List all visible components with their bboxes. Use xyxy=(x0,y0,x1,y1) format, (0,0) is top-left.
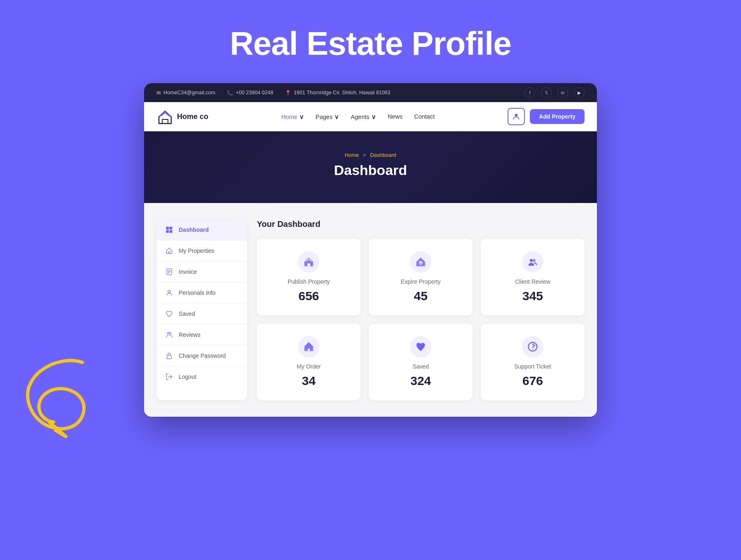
address-text: 1901 Thornridge Cir. Shiloh, Hawaii 8106… xyxy=(294,90,391,96)
client-review-icon xyxy=(522,251,543,273)
svg-point-16 xyxy=(530,259,533,262)
publish-property-icon xyxy=(298,251,319,273)
nav-agents-link[interactable]: Agents xyxy=(351,114,369,120)
linkedin-icon[interactable]: in xyxy=(557,87,568,98)
sidebar-item-saved[interactable]: Saved xyxy=(156,303,247,324)
saved-icon xyxy=(410,336,431,357)
breadcrumb-current: Dashboard xyxy=(370,152,396,158)
expire-property-value: 45 xyxy=(414,289,427,303)
nav-agents[interactable]: Agents ∨ xyxy=(351,113,376,121)
sidebar-label-change-password: Change Password xyxy=(179,352,226,359)
svg-rect-1 xyxy=(166,227,169,230)
stat-card-my-order: My Order 34 xyxy=(257,324,361,400)
stat-card-saved: Saved 324 xyxy=(369,324,473,400)
svg-rect-3 xyxy=(166,230,169,233)
nav-contact[interactable]: Contact xyxy=(414,113,435,120)
logo-icon xyxy=(156,108,174,125)
expire-property-icon xyxy=(410,251,431,273)
sidebar-item-reviews[interactable]: Reviews xyxy=(156,324,247,345)
svg-point-11 xyxy=(169,332,171,334)
topbar-address: 📍 1901 Thornridge Cir. Shiloh, Hawaii 81… xyxy=(285,90,391,96)
topbar-phone: 📞 +00 23904 0248 xyxy=(227,90,273,96)
decorative-swirl xyxy=(8,350,103,453)
user-profile-button[interactable] xyxy=(508,108,525,125)
my-order-label: My Order xyxy=(297,363,321,370)
logout-icon xyxy=(165,372,174,381)
svg-rect-18 xyxy=(308,349,310,351)
browser-window: ✉ HomeC34@gmail.com 📞 +00 23904 0248 📍 1… xyxy=(144,83,597,417)
email-icon: ✉ xyxy=(156,90,161,96)
nav-news-link[interactable]: News xyxy=(388,113,403,120)
phone-text: +00 23904 0248 xyxy=(236,90,273,96)
logo[interactable]: Home co xyxy=(156,108,208,125)
nav-links: Home ∨ Pages ∨ Agents ∨ News Contact xyxy=(281,113,435,121)
topbar-email: ✉ HomeC34@gmail.com xyxy=(156,90,215,96)
sidebar-label-my-properties: My Properties xyxy=(179,247,214,254)
nav-pages[interactable]: Pages ∨ xyxy=(316,113,340,121)
publish-property-value: 656 xyxy=(298,289,319,303)
sidebar-item-change-password[interactable]: Change Password xyxy=(156,345,247,366)
stats-grid: Publish Property 656 Expire Property 45 xyxy=(257,239,585,400)
my-order-icon xyxy=(298,336,319,357)
support-ticket-value: 676 xyxy=(522,374,543,388)
add-property-button[interactable]: Add Property xyxy=(530,109,585,124)
stat-card-client-review: Client Review 345 xyxy=(481,239,585,315)
svg-rect-2 xyxy=(170,227,172,230)
svg-point-9 xyxy=(168,290,170,293)
hero-banner: Home > Dashboard Dashboard xyxy=(144,131,597,203)
breadcrumb-separator: > xyxy=(363,152,366,158)
sidebar-label-invoice: Invoice xyxy=(179,268,197,275)
breadcrumb-home[interactable]: Home xyxy=(345,152,359,158)
navbar: Home co Home ∨ Pages ∨ Agents ∨ News Con… xyxy=(144,102,597,131)
hero-title: Dashboard xyxy=(334,162,407,178)
nav-contact-link[interactable]: Contact xyxy=(414,113,435,120)
nav-home[interactable]: Home ∨ xyxy=(281,113,304,121)
sidebar-item-invoice[interactable]: Invoice xyxy=(156,261,247,282)
topbar-socials: f 𝕏 in ▶ xyxy=(524,87,585,98)
main-content: Dashboard My Properties xyxy=(144,203,597,417)
youtube-icon[interactable]: ▶ xyxy=(574,87,585,98)
saved-label: Saved xyxy=(412,363,429,370)
review-icon xyxy=(165,330,174,339)
expire-property-label: Expire Property xyxy=(401,278,440,285)
sidebar-item-dashboard[interactable]: Dashboard xyxy=(156,219,247,240)
stat-card-support-ticket: Support Ticket 676 xyxy=(481,324,585,400)
stat-card-expire-property: Expire Property 45 xyxy=(369,239,473,315)
topbar-left: ✉ HomeC34@gmail.com 📞 +00 23904 0248 📍 1… xyxy=(156,90,390,96)
sidebar-label-reviews: Reviews xyxy=(179,331,200,338)
home-icon xyxy=(165,246,174,255)
facebook-icon[interactable]: f xyxy=(524,87,535,98)
svg-point-17 xyxy=(533,259,536,262)
svg-rect-4 xyxy=(170,230,172,233)
support-ticket-icon xyxy=(522,336,543,357)
heart-icon xyxy=(165,309,174,318)
user-icon xyxy=(512,112,520,121)
dashboard-section-title: Your Dashboard xyxy=(257,219,585,229)
svg-point-20 xyxy=(532,349,533,350)
twitter-icon[interactable]: 𝕏 xyxy=(541,87,552,98)
nav-news[interactable]: News xyxy=(388,113,403,120)
nav-right: Add Property xyxy=(508,108,585,125)
svg-rect-12 xyxy=(167,355,172,359)
page-hero-title: Real Estate Profile xyxy=(0,0,741,83)
sidebar-label-personals-info: Personals Info xyxy=(179,289,216,296)
grid-icon xyxy=(165,225,174,234)
location-icon: 📍 xyxy=(285,90,291,96)
sidebar-label-dashboard: Dashboard xyxy=(179,226,209,233)
saved-value: 324 xyxy=(410,374,431,388)
client-review-value: 345 xyxy=(522,289,543,303)
sidebar: Dashboard My Properties xyxy=(156,219,247,400)
sidebar-label-logout: Logout xyxy=(179,373,196,380)
nav-home-link[interactable]: Home xyxy=(281,114,297,120)
svg-rect-14 xyxy=(308,264,310,266)
topbar: ✉ HomeC34@gmail.com 📞 +00 23904 0248 📍 1… xyxy=(144,83,597,102)
nav-pages-link[interactable]: Pages xyxy=(316,114,333,120)
publish-property-label: Publish Property xyxy=(288,278,330,285)
lock-icon xyxy=(165,351,174,360)
sidebar-item-personals-info[interactable]: Personals Info xyxy=(156,282,247,303)
sidebar-item-my-properties[interactable]: My Properties xyxy=(156,240,247,261)
breadcrumb: Home > Dashboard xyxy=(345,152,396,158)
person-icon xyxy=(165,288,174,297)
stat-card-publish-property: Publish Property 656 xyxy=(257,239,361,315)
sidebar-item-logout[interactable]: Logout xyxy=(156,366,247,387)
